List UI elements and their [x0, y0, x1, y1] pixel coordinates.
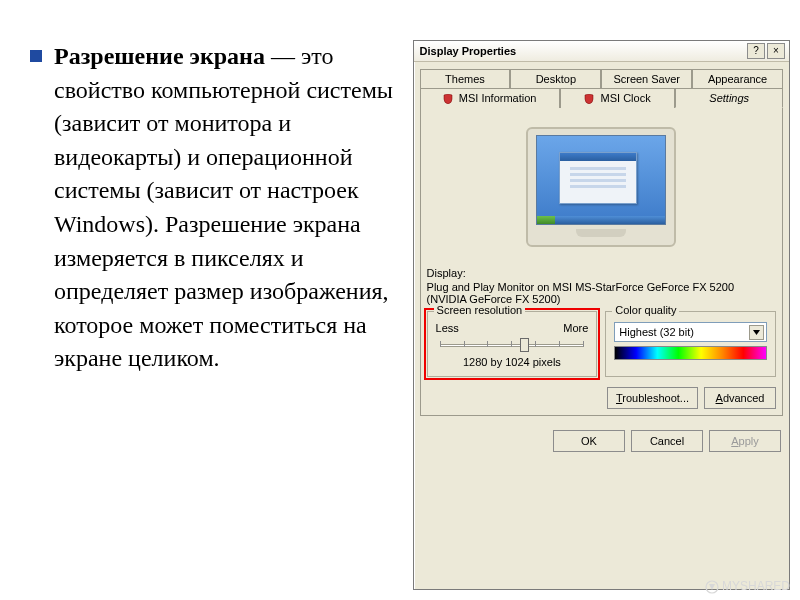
- bullet-item: Разрешение экрана — это свойство компьют…: [30, 40, 403, 376]
- screen-resolution-group: Screen resolution Less More 1280 by 1024…: [427, 311, 598, 377]
- term-bold: Разрешение экрана: [54, 43, 265, 69]
- display-label: Display:: [427, 267, 776, 279]
- watermark: MYSHARED: [705, 579, 790, 594]
- help-icon: ?: [753, 46, 759, 56]
- window-title: Display Properties: [420, 45, 517, 57]
- ok-button[interactable]: OK: [553, 430, 625, 452]
- display-value: Plug and Play Monitor on MSI MS-StarForc…: [427, 281, 776, 305]
- term-rest: — это свойство компьютерной системы (зав…: [54, 43, 393, 371]
- slider-more-label: More: [563, 322, 588, 334]
- slide-paragraph: Разрешение экрана — это свойство компьют…: [54, 40, 403, 376]
- monitor-icon: [526, 127, 676, 247]
- color-quality-group: Color quality Highest (32 bit): [605, 311, 776, 377]
- chevron-down-icon[interactable]: [749, 325, 764, 340]
- square-bullet-icon: [30, 50, 42, 62]
- slider-less-label: Less: [436, 322, 459, 334]
- help-button[interactable]: ?: [747, 43, 765, 59]
- quality-selected: Highest (32 bit): [619, 326, 694, 338]
- troubleshoot-button[interactable]: Troubleshoot...: [607, 387, 698, 409]
- settings-pane: Display: Plug and Play Monitor on MSI MS…: [420, 107, 783, 416]
- apply-button[interactable]: Apply: [709, 430, 781, 452]
- advanced-button[interactable]: Advanced: [704, 387, 776, 409]
- tab-appearance[interactable]: Appearance: [692, 69, 783, 88]
- monitor-preview: [427, 114, 776, 259]
- resolution-legend: Screen resolution: [434, 304, 526, 316]
- tab-screensaver[interactable]: Screen Saver: [601, 69, 692, 88]
- tabs-row-2: MSI Information MSI Clock Settings: [414, 87, 789, 107]
- tab-settings[interactable]: Settings: [675, 88, 783, 108]
- slider-thumb-icon[interactable]: [520, 338, 529, 352]
- tab-desktop[interactable]: Desktop: [510, 69, 601, 88]
- close-button[interactable]: ×: [767, 43, 785, 59]
- tabs-row-1: Themes Desktop Screen Saver Appearance: [414, 62, 789, 87]
- msi-shield-icon: [584, 94, 594, 104]
- quality-legend: Color quality: [612, 304, 679, 316]
- dialog-button-row: OK Cancel Apply: [414, 422, 789, 462]
- close-icon: ×: [773, 46, 779, 56]
- color-quality-select[interactable]: Highest (32 bit): [614, 322, 767, 342]
- tab-msi-clock[interactable]: MSI Clock: [560, 88, 676, 108]
- color-spectrum-icon: [614, 346, 767, 360]
- titlebar[interactable]: Display Properties ? ×: [414, 41, 789, 62]
- display-properties-dialog: Display Properties ? × Themes Desktop Sc…: [413, 40, 790, 590]
- tab-msi-information[interactable]: MSI Information: [420, 88, 560, 108]
- resolution-value: 1280 by 1024 pixels: [436, 356, 589, 368]
- cancel-button[interactable]: Cancel: [631, 430, 703, 452]
- tab-themes[interactable]: Themes: [420, 69, 511, 88]
- msi-shield-icon: [443, 94, 453, 104]
- resolution-slider[interactable]: [436, 338, 589, 352]
